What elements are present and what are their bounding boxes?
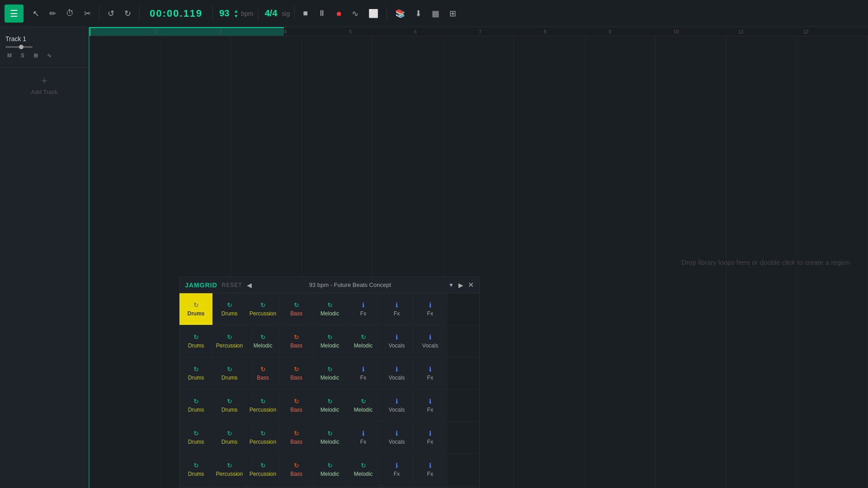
cursor-tool-button[interactable]: ↖ [29, 6, 43, 21]
menu-button[interactable]: ☰ [5, 5, 24, 23]
pencil-tool-button[interactable]: ✏ [46, 6, 60, 21]
cell-label: Bass [290, 407, 302, 413]
jamgrid-cell[interactable]: ℹVocals [380, 486, 414, 488]
jamgrid-cell[interactable]: ↻Bass [280, 454, 313, 485]
cell-icon: ↻ [294, 462, 299, 469]
jamgrid-cell[interactable]: ℹFx [414, 357, 447, 389]
jamgrid-reset-button[interactable]: RESET [222, 282, 242, 288]
jamgrid-cell[interactable]: ↻Bass [280, 486, 313, 488]
jamgrid-cell[interactable]: ↻Percussion [246, 293, 280, 325]
jamgrid-cell[interactable]: ℹFx [380, 293, 414, 325]
jamgrid-row: ↻Drums↻Drums↻Percussion↻Bass↻MelodicℹFxℹ… [179, 422, 479, 454]
track-controls: M S ⊞ ∿ [5, 52, 83, 60]
jamgrid-cell[interactable]: ↻Melodic [246, 486, 280, 488]
ruler-mark: 3 [219, 29, 222, 34]
jamgrid-cell[interactable]: ↻Melodic [313, 389, 347, 421]
redo-button[interactable]: ↻ [121, 6, 135, 21]
cell-icon: ↻ [227, 333, 232, 341]
jamgrid-prev-button[interactable]: ◀ [247, 282, 252, 289]
jamgrid-cell[interactable]: ℹFx [414, 454, 447, 485]
jamgrid-cell[interactable]: ↻Bass [313, 486, 347, 488]
stop-button[interactable]: ■ [299, 6, 311, 21]
cell-label: Vocals [389, 375, 405, 381]
jamgrid-cell[interactable]: ℹVocals [380, 325, 414, 357]
jamgrid-cell[interactable]: ↻Percussion [213, 486, 246, 488]
jamgrid-grid: ↻Drums↻Drums↻Percussion↻Bass↻MelodicℹFxℹ… [179, 293, 479, 488]
grid-col [90, 36, 160, 488]
jamgrid-cell[interactable]: ↻Melodic [313, 454, 347, 485]
jamgrid-cell[interactable]: ↻Melodic [313, 293, 347, 325]
jamgrid-cell[interactable]: ↻Melodic [313, 325, 347, 357]
add-icon: + [42, 75, 47, 87]
jamgrid-cell[interactable]: ℹVocals [380, 389, 414, 421]
cell-label: Bass [290, 343, 302, 349]
divider-5 [294, 7, 295, 20]
jamgrid-cell[interactable]: ℹVocals [414, 325, 447, 357]
library-button[interactable]: 📚 [392, 6, 409, 21]
jamgrid-cell[interactable]: ↻Melodic [313, 357, 347, 389]
jamgrid-cell[interactable]: ℹVocals [380, 357, 414, 389]
jamgrid-cell[interactable]: ↻Drums [213, 422, 246, 453]
track-volume-slider[interactable] [5, 46, 33, 48]
ruler-mark: 6 [414, 29, 417, 34]
jamgrid-cell[interactable]: ↻Melodic [313, 422, 347, 453]
clock-tool-button[interactable]: ⏱ [62, 6, 78, 21]
cell-icon: ↻ [193, 430, 199, 437]
scissors-tool-button[interactable]: ✂ [80, 6, 94, 21]
jamgrid-cell[interactable]: ↻Bass [246, 357, 280, 389]
jamgrid-cell[interactable]: ↻Percussion [213, 325, 246, 357]
jamgrid-cell[interactable]: ℹFx [414, 486, 447, 488]
jamgrid-cell[interactable]: ↻Drums [179, 486, 213, 488]
jamgrid-cell[interactable]: ℹVocals [380, 422, 414, 453]
piano-roll-button[interactable]: ⊞ [32, 52, 40, 60]
jamgrid-cell[interactable]: ↻Drums [213, 357, 246, 389]
jamgrid-dropdown-button[interactable]: ▼ [448, 282, 454, 288]
jamgrid-cell[interactable]: ℹFx [414, 389, 447, 421]
jamgrid-cell[interactable]: ℹFx [347, 422, 380, 453]
jamgrid-cell[interactable]: ↻Bass [280, 293, 313, 325]
arrange-button[interactable]: ▦ [428, 6, 443, 21]
jamgrid-cell[interactable]: ↻Percussion [246, 422, 280, 453]
loop-button[interactable]: ⬜ [365, 6, 382, 21]
jamgrid-cell[interactable]: ↻Bass [280, 422, 313, 453]
solo-button[interactable]: S [19, 52, 26, 60]
cell-icon: ↻ [193, 462, 199, 469]
download-button[interactable]: ⬇ [411, 6, 425, 21]
jamgrid-cell[interactable]: ↻Bass [280, 357, 313, 389]
jamgrid-cell[interactable]: ↻Drums [179, 422, 213, 453]
automation-track-button[interactable]: ∿ [45, 52, 53, 60]
jamgrid-cell[interactable]: ↻Percussion [246, 454, 280, 485]
jamgrid-cell[interactable]: ↻Percussion [246, 389, 280, 421]
jamgrid-cell[interactable]: ℹFx [380, 454, 414, 485]
jamgrid-cell[interactable]: ℹFx [347, 293, 380, 325]
jamgrid-cell[interactable]: ↻Melodic [347, 454, 380, 485]
jamgrid-cell[interactable]: ℹFx [414, 293, 447, 325]
jamgrid-cell[interactable]: ↻Drums [179, 454, 213, 485]
jamgrid-cell[interactable]: ↻Drums [213, 293, 246, 325]
cell-label: Percussion [250, 471, 276, 477]
add-track-area[interactable]: + Add Track [0, 68, 89, 103]
jamgrid-cell[interactable]: ↻Drums [179, 389, 213, 421]
jamgrid-cell[interactable]: ↻Melodic [347, 389, 380, 421]
jamgrid-cell[interactable]: ↻Drums [179, 357, 213, 389]
jamgrid-cell[interactable]: ℹFx [414, 422, 447, 453]
undo-button[interactable]: ↺ [104, 6, 118, 21]
record-button[interactable]: ● [332, 5, 345, 22]
jamgrid-cell[interactable]: ↻Melodic [246, 325, 280, 357]
mute-button[interactable]: M [5, 52, 14, 60]
jamgrid-cell[interactable]: ↻Drums [179, 325, 213, 357]
jamgrid-cell[interactable]: ↻Percussion [213, 454, 246, 485]
jamgrid-cell[interactable]: ↻Bass [280, 325, 313, 357]
jamgrid-close-button[interactable]: ✕ [468, 281, 474, 289]
jamgrid-next-button[interactable]: ▶ [458, 282, 463, 289]
jamgrid-cell[interactable]: ↻Bass [280, 389, 313, 421]
jamgrid-cell[interactable]: ↻Drums [213, 389, 246, 421]
automation-button[interactable]: ∿ [348, 6, 362, 21]
jamgrid-cell[interactable]: ℹFx [347, 357, 380, 389]
jamgrid-cell[interactable]: ↻Drums [179, 293, 213, 325]
jamgrid-cell[interactable]: ↻Melodic [347, 486, 380, 488]
pause-button[interactable]: ⏸ [314, 6, 330, 21]
bpm-stepper[interactable]: ▲▼ [234, 9, 238, 19]
mixer-button[interactable]: ⊞ [446, 6, 460, 21]
jamgrid-cell[interactable]: ↻Melodic [347, 325, 380, 357]
